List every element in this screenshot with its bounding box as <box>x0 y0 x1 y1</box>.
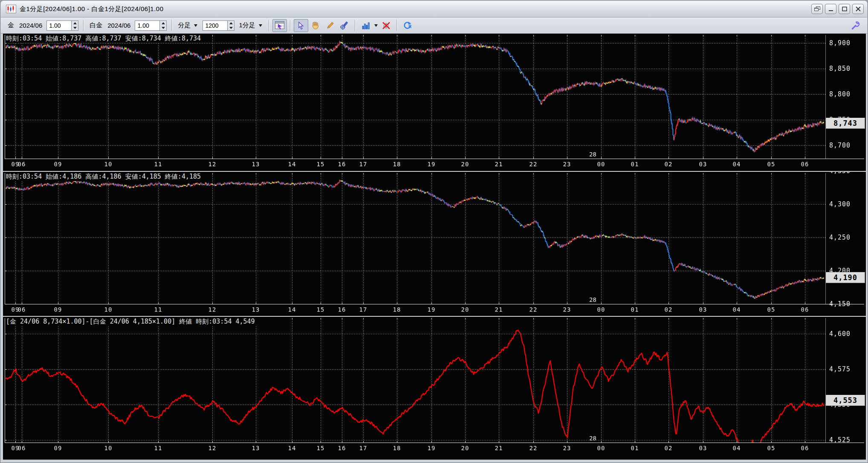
hour-label: 11 <box>154 445 162 451</box>
hour-label: 16 <box>338 161 346 168</box>
gold-multiplier-spinner[interactable]: 1.00 <box>46 20 78 31</box>
hour-label: 11 <box>154 161 162 168</box>
maximize-icon <box>842 6 848 12</box>
hour-label: 13 <box>252 445 260 451</box>
reload-chart-button[interactable]: R <box>400 19 415 32</box>
gold-1min-current-price-box: 8,743 <box>826 118 865 129</box>
hour-label: 14 <box>288 445 296 451</box>
hour-label: 15 <box>317 161 325 168</box>
hour-label: 04 <box>733 445 741 451</box>
chart-type-bars-icon <box>362 21 370 30</box>
gold-platinum-spread-canvas[interactable] <box>3 317 866 460</box>
hour-label: 05 <box>767 306 775 313</box>
hour-label: 20 <box>461 445 469 451</box>
hand-pan-icon <box>311 21 320 30</box>
gold-1min-panel[interactable]: 時刻:03:54 始値:8,737 高値:8,737 安値:8,734 終値:8… <box>3 34 866 171</box>
hand-pan-button[interactable] <box>308 19 323 32</box>
hour-label: 04 <box>733 161 741 168</box>
quote-info-panel-button[interactable] <box>272 19 287 32</box>
platinum-multiplier-spinner[interactable]: 1.00 <box>135 20 167 31</box>
hour-label: 11 <box>154 306 162 313</box>
hour-label: 22 <box>529 161 538 168</box>
close-icon <box>855 6 861 12</box>
period-type-dropdown-label[interactable]: 分足 <box>178 21 191 29</box>
gold-1min-canvas[interactable] <box>3 34 866 171</box>
hour-label: 04 <box>733 306 741 313</box>
hour-label: 06 <box>18 161 26 168</box>
hour-label: 21 <box>495 161 503 168</box>
platinum-multiplier-value[interactable]: 1.00 <box>135 20 159 31</box>
hour-label: 06 <box>18 306 26 313</box>
minimize-button[interactable] <box>825 4 836 14</box>
interval-dropdown-label[interactable]: 1分足 <box>239 21 255 29</box>
toolbar-separator <box>171 20 172 31</box>
delete-drawing-icon <box>382 21 391 30</box>
chevron-down-icon[interactable] <box>259 24 262 27</box>
hour-label: 00 <box>597 161 605 168</box>
hour-label: 18 <box>393 445 401 451</box>
hour-label: 19 <box>428 445 436 451</box>
date-label: 28 <box>589 296 596 303</box>
y-axis-label: 4,525 <box>829 436 851 444</box>
y-axis-label: 4,600 <box>829 330 851 338</box>
hour-label: 09 <box>54 445 62 451</box>
cascade-windows-button[interactable] <box>811 4 823 14</box>
chart-type-dropdown[interactable] <box>373 19 379 32</box>
y-axis-label: 4,150 <box>829 300 851 308</box>
title-bar[interactable]: 金1分足[2024/06]1.00 - 白金1分足[2024/06]1.00 <box>1 1 867 17</box>
hour-label: 15 <box>317 445 325 451</box>
hour-label: 05 <box>767 445 775 451</box>
hour-label: 13 <box>252 161 260 168</box>
gold-platinum-spread-info-text: [金 24/06 8,734×1.00]-[白金 24/06 4,185×1.0… <box>5 318 257 326</box>
platinum-1min-panel[interactable]: 時刻:03:54 始値:4,186 高値:4,186 安値:4,185 終値:4… <box>3 172 866 316</box>
hour-label: 22 <box>529 445 538 451</box>
pencil-draw-button[interactable] <box>323 19 337 32</box>
hour-label: 03 <box>699 445 707 451</box>
chevron-down-icon[interactable] <box>194 24 197 27</box>
select-cursor-button[interactable] <box>294 19 308 32</box>
settings-wrench-button[interactable] <box>848 19 863 32</box>
marker-crosshair-button[interactable] <box>337 19 352 32</box>
select-cursor-icon <box>297 21 305 30</box>
hour-label: 03 <box>699 306 707 313</box>
gold-multiplier-arrows[interactable] <box>71 20 78 31</box>
bar-count-spinner[interactable]: 1200 <box>203 20 234 31</box>
hour-label: 18 <box>393 306 401 313</box>
close-button[interactable] <box>852 4 864 14</box>
hour-label: 10 <box>104 161 113 168</box>
hour-label: 23 <box>563 161 571 168</box>
toolbar-separator <box>83 20 84 31</box>
marker-crosshair-icon <box>340 21 349 30</box>
pencil-draw-icon <box>326 21 334 30</box>
hour-label: 00 <box>597 306 605 313</box>
platinum-contract-month: 2024/06 <box>107 22 130 29</box>
platinum-1min-info-text: 時刻:03:54 始値:4,186 高値:4,186 安値:4,185 終値:4… <box>5 173 203 181</box>
hour-label: 09 <box>54 306 62 313</box>
bar-count-value[interactable]: 1200 <box>203 20 227 31</box>
minimize-icon <box>828 6 834 12</box>
y-axis-label: 8,800 <box>829 90 851 98</box>
settings-wrench-icon <box>851 21 860 30</box>
cascade-windows-icon <box>814 6 821 12</box>
gold-platinum-spread-panel[interactable]: [金 24/06 8,734×1.00]-[白金 24/06 4,185×1.0… <box>3 317 866 460</box>
hour-label: 02 <box>665 306 673 313</box>
hour-label: 02 <box>665 161 673 168</box>
y-axis-label: 4,300 <box>829 200 851 208</box>
gold-multiplier-value[interactable]: 1.00 <box>46 20 71 31</box>
hour-label: 14 <box>288 161 296 168</box>
hour-label: 06 <box>801 161 809 168</box>
bar-count-arrows[interactable] <box>227 20 234 31</box>
date-label: 28 <box>589 435 596 442</box>
platinum-1min-canvas[interactable] <box>3 172 866 316</box>
hour-label: 01 <box>631 445 639 451</box>
chart-type-button[interactable] <box>359 19 373 32</box>
platinum-multiplier-arrows[interactable] <box>159 20 167 31</box>
hour-label: 15 <box>317 306 325 313</box>
y-axis-label: 4,350 <box>829 172 851 175</box>
y-axis-label: 8,700 <box>829 142 851 149</box>
maximize-button[interactable] <box>839 4 850 14</box>
hour-label: 13 <box>252 306 260 313</box>
hour-label: 10 <box>104 445 113 451</box>
y-axis-label: 8,850 <box>829 65 851 72</box>
delete-drawing-button[interactable] <box>379 19 393 32</box>
